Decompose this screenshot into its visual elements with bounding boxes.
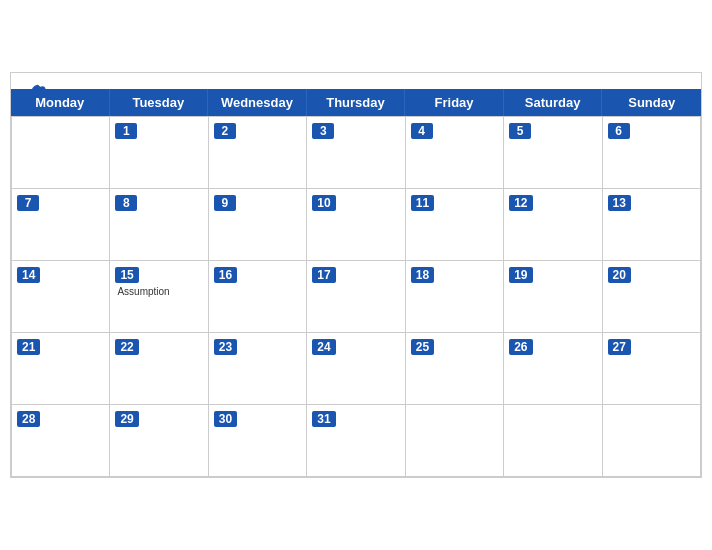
day-number: 5 [509, 123, 531, 139]
day-cell: 27 [603, 333, 701, 405]
day-number: 25 [411, 339, 434, 355]
day-number: 29 [115, 411, 138, 427]
day-number: 7 [17, 195, 39, 211]
day-number: 1 [115, 123, 137, 139]
day-cell: 7 [12, 189, 110, 261]
day-header-monday: Monday [11, 89, 110, 116]
day-cell: 10 [307, 189, 405, 261]
day-header-friday: Friday [405, 89, 504, 116]
day-cell: 13 [603, 189, 701, 261]
day-number: 24 [312, 339, 335, 355]
day-cell: 19 [504, 261, 602, 333]
day-header-sunday: Sunday [602, 89, 701, 116]
day-header-wednesday: Wednesday [208, 89, 307, 116]
day-cell: 5 [504, 117, 602, 189]
day-header-tuesday: Tuesday [110, 89, 209, 116]
day-header-saturday: Saturday [504, 89, 603, 116]
day-number: 28 [17, 411, 40, 427]
day-headers: MondayTuesdayWednesdayThursdayFridaySatu… [11, 89, 701, 116]
day-number: 18 [411, 267, 434, 283]
day-number: 6 [608, 123, 630, 139]
day-cell: 20 [603, 261, 701, 333]
day-number: 14 [17, 267, 40, 283]
day-cell: 25 [406, 333, 504, 405]
day-number: 15 [115, 267, 138, 283]
day-cell: 15Assumption [110, 261, 208, 333]
day-number: 10 [312, 195, 335, 211]
day-cell: 29 [110, 405, 208, 477]
day-number: 9 [214, 195, 236, 211]
day-cell: 6 [603, 117, 701, 189]
logo-bird-icon [27, 81, 49, 103]
day-number: 12 [509, 195, 532, 211]
day-cell: 22 [110, 333, 208, 405]
day-number: 21 [17, 339, 40, 355]
day-number: 16 [214, 267, 237, 283]
day-cell: 3 [307, 117, 405, 189]
day-number: 20 [608, 267, 631, 283]
day-number: 30 [214, 411, 237, 427]
day-cell: 2 [209, 117, 307, 189]
day-cell: 12 [504, 189, 602, 261]
day-cell [603, 405, 701, 477]
day-cell: 24 [307, 333, 405, 405]
calendar-header [11, 73, 701, 89]
day-cell: 23 [209, 333, 307, 405]
day-cell: 1 [110, 117, 208, 189]
day-cell: 30 [209, 405, 307, 477]
day-cell: 11 [406, 189, 504, 261]
day-cell: 28 [12, 405, 110, 477]
day-cell: 4 [406, 117, 504, 189]
day-cell [12, 117, 110, 189]
day-cell: 14 [12, 261, 110, 333]
day-cell: 16 [209, 261, 307, 333]
day-cell: 17 [307, 261, 405, 333]
day-number: 13 [608, 195, 631, 211]
day-number: 17 [312, 267, 335, 283]
day-cell: 21 [12, 333, 110, 405]
calendar-grid: 123456789101112131415Assumption161718192… [11, 116, 701, 477]
day-cell: 18 [406, 261, 504, 333]
day-number: 19 [509, 267, 532, 283]
day-cell: 26 [504, 333, 602, 405]
day-number: 26 [509, 339, 532, 355]
day-cell [504, 405, 602, 477]
day-cell: 31 [307, 405, 405, 477]
day-number: 3 [312, 123, 334, 139]
day-number: 27 [608, 339, 631, 355]
day-number: 2 [214, 123, 236, 139]
day-cell: 8 [110, 189, 208, 261]
day-number: 11 [411, 195, 434, 211]
calendar: MondayTuesdayWednesdayThursdayFridaySatu… [10, 72, 702, 478]
day-number: 4 [411, 123, 433, 139]
day-number: 8 [115, 195, 137, 211]
day-number: 23 [214, 339, 237, 355]
day-cell: 9 [209, 189, 307, 261]
event-label: Assumption [115, 286, 202, 297]
logo [27, 81, 52, 103]
day-number: 31 [312, 411, 335, 427]
day-number: 22 [115, 339, 138, 355]
day-header-thursday: Thursday [307, 89, 406, 116]
day-cell [406, 405, 504, 477]
